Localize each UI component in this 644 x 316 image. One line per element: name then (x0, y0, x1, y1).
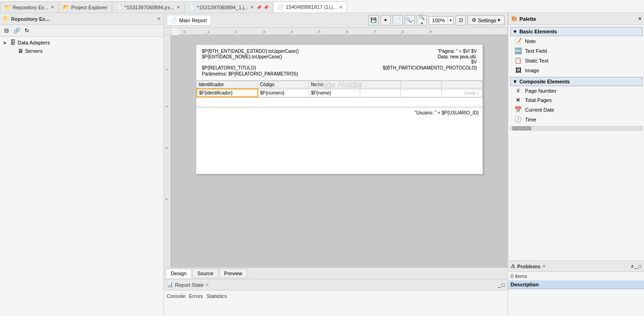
zoom-dropdown-btn[interactable]: ▾ (448, 17, 453, 24)
tab-jrx3[interactable]: 📄 1540489981817 (1).j... ✕ (273, 1, 347, 13)
palette-scrollbar[interactable] (510, 126, 643, 131)
tab-console[interactable]: Console (167, 292, 185, 300)
current-date-label: Current Date (525, 107, 554, 113)
col-header-identificador: Identificador (197, 81, 258, 88)
tab-design[interactable]: Design (166, 269, 192, 278)
palette-item-current-date[interactable]: 📅 Current Date (510, 105, 643, 114)
palette-item-text-field[interactable]: 🔤 Text Field (510, 46, 643, 56)
minimize-report-state[interactable]: _ (498, 282, 500, 288)
tab-repo-ex-close[interactable]: ✕ (50, 5, 54, 10)
settings-icon: ⚙ (472, 17, 476, 23)
page-footer-section: "Usuário: " + $P{USUARIO_ID} (196, 107, 482, 118)
footer-text: "Usuário: " + $P{USUARIO_ID} (198, 109, 481, 116)
report-state-actions: _ □ (498, 282, 505, 288)
palette-icon: 🎨 (511, 16, 518, 22)
tab-statistics[interactable]: Statistics (206, 292, 227, 300)
composite-elements-header[interactable]: ▼ Composite Elements (510, 77, 643, 86)
palette-scrollbar-thumb[interactable] (513, 126, 531, 130)
center-toolbar-right: 💾 ▾ 📄 🔍- 🔍+ 100% ▾ ⊡ ⚙ Settings ▾ (369, 15, 505, 25)
tree-node-servers[interactable]: 🖥 Servers (2, 47, 162, 55)
basic-elements-header[interactable]: ▼ Basic Elements (510, 27, 643, 36)
left-panel-close[interactable]: ✕ (157, 16, 161, 21)
tab-jrx2-pin2: 📌 (263, 5, 269, 10)
top-ruler: 0 1 2 3 4 5 6 7 (179, 28, 507, 35)
data-adapters-icon: 🗄 (10, 39, 16, 46)
data-adapters-label: Data Adapters (18, 40, 50, 45)
center-panel: 📄 Main Report 💾 ▾ 📄 🔍- 🔍+ 100% ▾ ⊡ ⚙ Set… (164, 13, 507, 316)
static-text-icon: 📋 (514, 57, 522, 64)
canvas-area: 1 2 3 4 $P{BTH_ENTIDADE_ESTADO}.toUpperC… (164, 35, 507, 267)
text-field-icon: 🔤 (514, 47, 522, 54)
dropdown-btn[interactable]: ▾ (381, 15, 391, 25)
tab-jrx3-close[interactable]: ✕ (339, 5, 343, 10)
main-report-tab[interactable]: 📄 Main Report (167, 15, 211, 25)
page-btn[interactable]: 📄 (393, 15, 403, 25)
palette-item-total-pages[interactable]: ✖ Total Pages (510, 95, 643, 105)
servers-icon: 🖥 (18, 48, 23, 54)
palette-header: 🎨 Palette ✕ (508, 13, 644, 25)
maximize-report-state[interactable]: □ (501, 282, 505, 288)
col-header-empty1 (360, 81, 400, 88)
fit-btn[interactable]: ⊡ (456, 15, 466, 25)
palette-item-note[interactable]: 📝 Note (510, 36, 643, 46)
detail-cell-5 (400, 89, 441, 97)
report-state-tab-id: ✕ (206, 283, 209, 287)
toolbar-btn-link[interactable]: 🔗 (12, 26, 21, 35)
header-date-expr: Data: new java.util. $V (438, 54, 477, 64)
tab-repo-ex-label: Repository Ex... (13, 5, 49, 10)
tab-source[interactable]: Source (192, 269, 219, 278)
page-header-section: $P{BTH_ENTIDADE_ESTADO}.toUpperCase() "P… (196, 45, 482, 81)
zoom-in-btn[interactable]: 🔍+ (417, 15, 427, 25)
problems-count: 0 items (508, 272, 644, 280)
problems-actions: ∧ _ □ (631, 264, 641, 269)
palette-item-static-text[interactable]: 📋 Static Text (510, 56, 643, 65)
detail-cell-4 (360, 89, 400, 97)
tab-jrx2[interactable]: 📄 *1531397060894_1.j... ✕ 📌 📌 (185, 1, 273, 13)
project-explorer-icon: 📂 (63, 4, 69, 10)
svg-text:7: 7 (374, 30, 376, 34)
palette-item-image[interactable]: 🖼 Image (510, 65, 643, 75)
tab-jrx1[interactable]: 📄 *1531397060894.jrx... ✕ (112, 1, 184, 13)
save-btn[interactable]: 💾 (369, 15, 379, 25)
page-number-icon: # (514, 88, 522, 94)
repo-icon: 📁 (3, 16, 9, 22)
jrx3-icon: 📄 (277, 4, 284, 10)
tree-node-data-adapters[interactable]: ▶ 🗄 Data Adapters (2, 38, 162, 47)
tab-jrx2-close[interactable]: ✕ (250, 5, 254, 10)
palette-item-page-number[interactable]: # Page Number (510, 86, 643, 95)
center-toolbar: 📄 Main Report 💾 ▾ 📄 🔍- 🔍+ 100% ▾ ⊡ ⚙ Set… (164, 13, 507, 28)
header-entity-estado: $P{BTH_ENTIDADE_ESTADO}.toUpperCase() (202, 49, 299, 54)
header-parametros: Parâmetros: $P{RELATORIO_PARAMETROS} (202, 71, 477, 76)
tab-errors[interactable]: Errors (189, 292, 203, 300)
problems-minimize[interactable]: _ (635, 264, 638, 269)
report-page: $P{BTH_ENTIDADE_ESTADO}.toUpperCase() "P… (196, 44, 483, 174)
svg-text:6: 6 (346, 30, 349, 34)
col-header-empty3 (441, 81, 482, 88)
header-entity-nome: $P{ENTIDADE_NOME}.toUpperCase() (202, 54, 282, 64)
tab-jrx1-close[interactable]: ✕ (176, 5, 180, 10)
palette-content: ▼ Basic Elements 📝 Note 🔤 Text Field 📋 S… (508, 25, 644, 260)
tab-preview[interactable]: Preview (219, 269, 247, 278)
static-text-label: Static Text (525, 58, 549, 63)
detail-section: Detail 1 $F{identificador} $F{numero} $F… (196, 88, 482, 98)
left-panel-title: 📁 Repository Ex... (3, 16, 50, 22)
problems-maximize[interactable]: □ (638, 264, 641, 269)
detail-cell-identificador[interactable]: $F{identificador} (197, 89, 258, 97)
zoom-out-btn[interactable]: 🔍- (405, 15, 415, 25)
tab-project-explorer[interactable]: 📂 Project Explorer (59, 1, 112, 13)
left-panel-title-text: Repository Ex... (11, 16, 50, 22)
header-titulo: $P{RELATORIO_TITULO} (202, 65, 256, 70)
expand-icon: ▶ (4, 40, 8, 45)
tab-repo-ex[interactable]: 📁 Repository Ex... ✕ (0, 1, 58, 13)
toolbar-btn-collapse[interactable]: ⊟ (2, 26, 11, 35)
problems-header: ⚠ Problems ✕ ∧ _ □ (508, 261, 644, 272)
settings-btn[interactable]: ⚙ Settings ▾ (468, 15, 505, 25)
ruler-corner (164, 28, 171, 35)
left-panel-header: 📁 Repository Ex... ✕ (0, 13, 163, 25)
main-report-icon: 📄 (171, 17, 177, 23)
toolbar-btn-refresh[interactable]: ↻ (22, 26, 31, 35)
palette-close[interactable]: ✕ (638, 16, 642, 21)
svg-text:3: 3 (164, 147, 169, 149)
problems-tab-close: ✕ (542, 264, 546, 269)
palette-item-time[interactable]: 🕐 Time (510, 114, 643, 124)
